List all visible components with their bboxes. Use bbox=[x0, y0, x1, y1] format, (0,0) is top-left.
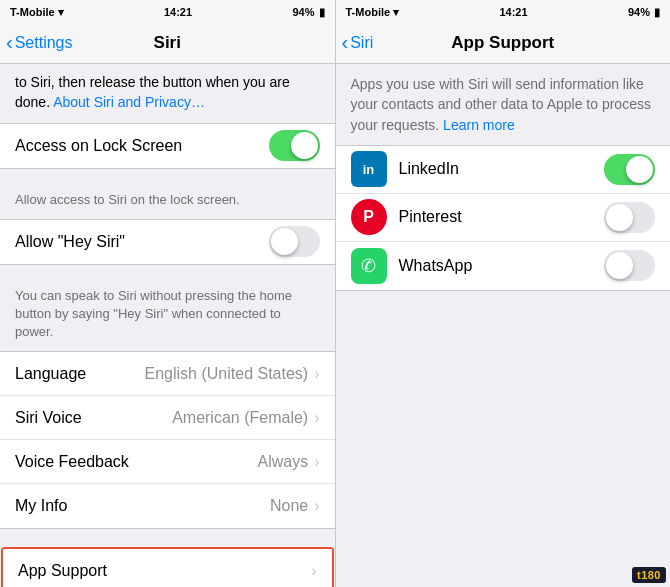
left-panel: T-Mobile ▾ 14:21 94% ▮ ‹ Settings Siri t… bbox=[0, 0, 335, 587]
linkedin-name: LinkedIn bbox=[399, 160, 605, 178]
right-info-text: Apps you use with Siri will send informa… bbox=[336, 64, 671, 145]
linkedin-icon: in bbox=[351, 151, 387, 187]
app-support-group: App Support › bbox=[1, 547, 334, 587]
language-cell[interactable]: Language English (United States) › bbox=[0, 352, 335, 396]
linkedin-toggle[interactable] bbox=[604, 154, 655, 185]
voice-feedback-cell[interactable]: Voice Feedback Always › bbox=[0, 440, 335, 484]
left-time: 14:21 bbox=[164, 6, 192, 18]
left-carrier: T-Mobile bbox=[10, 6, 55, 18]
left-status-right: 94% ▮ bbox=[292, 6, 324, 19]
settings-rows-group: Language English (United States) › Siri … bbox=[0, 351, 335, 529]
left-back-label: Settings bbox=[15, 34, 73, 52]
right-carrier: T-Mobile bbox=[346, 6, 391, 18]
left-wifi-icon: ▾ bbox=[58, 6, 64, 19]
app-support-cell[interactable]: App Support › bbox=[3, 549, 332, 587]
lock-screen-toggle-thumb bbox=[291, 132, 318, 159]
lock-screen-group: Access on Lock Screen bbox=[0, 123, 335, 169]
hey-siri-toggle-thumb bbox=[271, 228, 298, 255]
hey-siri-toggle[interactable] bbox=[269, 226, 320, 257]
my-info-value: None bbox=[270, 497, 308, 515]
lock-screen-description: Allow access to Siri on the lock screen. bbox=[15, 192, 240, 207]
right-back-button[interactable]: ‹ Siri bbox=[342, 33, 374, 52]
app-container: T-Mobile ▾ 14:21 94% ▮ ‹ Settings Siri t… bbox=[0, 0, 670, 587]
whatsapp-name: WhatsApp bbox=[399, 257, 605, 275]
whatsapp-cell: ✆ WhatsApp bbox=[336, 242, 671, 290]
language-value: English (United States) bbox=[145, 365, 309, 383]
siri-voice-cell[interactable]: Siri Voice American (Female) › bbox=[0, 396, 335, 440]
hey-siri-footer: You can speak to Siri without pressing t… bbox=[0, 283, 335, 352]
left-nav-title: Siri bbox=[154, 33, 181, 53]
pinterest-icon: P bbox=[351, 199, 387, 235]
pinterest-cell: P Pinterest bbox=[336, 194, 671, 242]
t180-badge: t180 bbox=[632, 567, 666, 583]
siri-voice-label: Siri Voice bbox=[15, 409, 172, 427]
hey-siri-cell: Allow "Hey Siri" bbox=[0, 220, 335, 264]
lock-screen-label: Access on Lock Screen bbox=[15, 137, 269, 155]
right-learn-more-link[interactable]: Learn more bbox=[443, 117, 515, 133]
right-panel: T-Mobile ▾ 14:21 94% ▮ ‹ Siri App Suppor… bbox=[336, 0, 671, 587]
language-label: Language bbox=[15, 365, 145, 383]
linkedin-toggle-thumb bbox=[626, 156, 653, 183]
right-back-label: Siri bbox=[350, 34, 373, 52]
voice-feedback-value: Always bbox=[257, 453, 308, 471]
lock-screen-toggle[interactable] bbox=[269, 130, 320, 161]
left-privacy-link[interactable]: About Siri and Privacy… bbox=[53, 94, 205, 110]
t180-text: t180 bbox=[637, 569, 661, 581]
right-battery-icon: ▮ bbox=[654, 6, 660, 19]
lock-screen-cell: Access on Lock Screen bbox=[0, 124, 335, 168]
left-nav-bar: ‹ Settings Siri bbox=[0, 22, 335, 64]
whatsapp-toggle[interactable] bbox=[604, 250, 655, 281]
voice-feedback-label: Voice Feedback bbox=[15, 453, 257, 471]
right-status-left: T-Mobile ▾ bbox=[346, 6, 400, 19]
right-status-bar: T-Mobile ▾ 14:21 94% ▮ bbox=[336, 0, 671, 22]
linkedin-cell: in LinkedIn bbox=[336, 146, 671, 194]
whatsapp-icon-label: ✆ bbox=[361, 255, 376, 277]
left-back-button[interactable]: ‹ Settings bbox=[6, 33, 72, 52]
pinterest-toggle-thumb bbox=[606, 204, 633, 231]
right-time: 14:21 bbox=[499, 6, 527, 18]
linkedin-icon-label: in bbox=[363, 162, 375, 177]
hey-siri-group: Allow "Hey Siri" bbox=[0, 219, 335, 265]
hey-siri-label: Allow "Hey Siri" bbox=[15, 233, 269, 251]
right-wifi-icon: ▾ bbox=[393, 6, 399, 19]
pinterest-name: Pinterest bbox=[399, 208, 605, 226]
siri-voice-chevron-icon: › bbox=[314, 409, 319, 427]
app-support-label: App Support bbox=[18, 562, 311, 580]
left-content: to Siri, then release the button when yo… bbox=[0, 64, 335, 587]
left-back-chevron-icon: ‹ bbox=[6, 32, 13, 52]
right-content: Apps you use with Siri will send informa… bbox=[336, 64, 671, 587]
left-battery: 94% bbox=[292, 6, 314, 18]
my-info-label: My Info bbox=[15, 497, 270, 515]
right-nav-title: App Support bbox=[451, 33, 554, 53]
left-battery-icon: ▮ bbox=[319, 6, 325, 19]
voice-feedback-chevron-icon: › bbox=[314, 453, 319, 471]
right-nav-bar: ‹ Siri App Support bbox=[336, 22, 671, 64]
apps-group: in LinkedIn P Pinterest bbox=[336, 145, 671, 291]
app-support-chevron-icon: › bbox=[311, 562, 316, 580]
my-info-cell[interactable]: My Info None › bbox=[0, 484, 335, 528]
pinterest-icon-label: P bbox=[363, 208, 374, 226]
pinterest-toggle[interactable] bbox=[604, 202, 655, 233]
hey-siri-description: You can speak to Siri without pressing t… bbox=[15, 288, 292, 339]
left-status-left: T-Mobile ▾ bbox=[10, 6, 64, 19]
right-back-chevron-icon: ‹ bbox=[342, 32, 349, 52]
whatsapp-toggle-thumb bbox=[606, 252, 633, 279]
right-status-right: 94% ▮ bbox=[628, 6, 660, 19]
whatsapp-icon: ✆ bbox=[351, 248, 387, 284]
left-scroll-text: to Siri, then release the button when yo… bbox=[0, 64, 335, 123]
my-info-chevron-icon: › bbox=[314, 497, 319, 515]
lock-screen-footer: Allow access to Siri on the lock screen. bbox=[0, 187, 335, 219]
language-chevron-icon: › bbox=[314, 365, 319, 383]
right-battery: 94% bbox=[628, 6, 650, 18]
left-status-bar: T-Mobile ▾ 14:21 94% ▮ bbox=[0, 0, 335, 22]
siri-voice-value: American (Female) bbox=[172, 409, 308, 427]
